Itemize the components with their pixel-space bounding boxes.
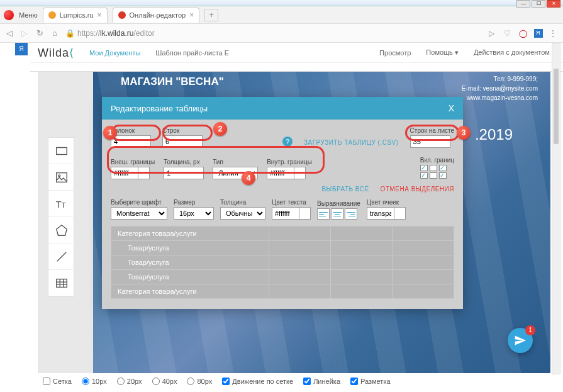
window-close[interactable]: ✕	[547, 0, 560, 8]
tab-title: Онлайн-редактор	[130, 11, 186, 19]
send-fab[interactable]: 1	[508, 328, 533, 353]
deselect-button[interactable]: ОТМЕНА ВЫДЕЛЕНИЯ	[381, 186, 454, 193]
vpn-icon[interactable]: ▷	[489, 29, 498, 38]
doc-actions-menu[interactable]: Действия с документом ▾	[474, 48, 555, 57]
grid-20-radio[interactable]: 20px	[117, 378, 142, 385]
border-top-right[interactable]	[439, 165, 447, 171]
tool-palette: Tт	[48, 137, 74, 297]
weight-select[interactable]: Обычный	[220, 207, 265, 220]
modal-close-button[interactable]: X	[449, 103, 454, 113]
grid-checkbox[interactable]: Сетка	[43, 378, 72, 385]
tool-pentagon[interactable]	[48, 217, 75, 244]
border-toggle-grid	[420, 165, 454, 179]
vertical-scrollbar[interactable]	[552, 43, 560, 374]
grid-80-radio[interactable]: 80px	[187, 378, 212, 385]
help-icon[interactable]: ?	[282, 137, 293, 147]
opera-logo-icon[interactable]	[4, 10, 14, 20]
new-tab-button[interactable]: +	[204, 9, 218, 21]
document-contacts: Тел: 9-999-999; E-mail: vesna@mysite.com…	[462, 74, 538, 103]
preview-link[interactable]: Просмотр	[379, 49, 411, 57]
font-label: Выберите шрифт	[111, 199, 167, 206]
window-minimize[interactable]: —	[516, 0, 530, 8]
contact-email: E-mail: vesna@mysite.com	[462, 84, 538, 93]
text-color-label: Цвет текста	[272, 199, 311, 206]
font-select[interactable]: Montserrat	[111, 207, 167, 220]
browser-tab-2[interactable]: Онлайн-редактор ×	[113, 8, 200, 23]
wilda-logo[interactable]: Wilda⟨	[38, 46, 74, 60]
border-bottom-left[interactable]	[420, 172, 428, 179]
border-top[interactable]	[430, 165, 437, 171]
border-bottom-right[interactable]	[439, 172, 447, 179]
scrollbar-thumb[interactable]	[554, 69, 559, 144]
tab-favicon-icon	[48, 11, 56, 19]
columns-input[interactable]	[111, 135, 151, 148]
preview-table[interactable]: Категория товара/услуги Товар/услуга Тов…	[111, 226, 454, 299]
tab-close-icon[interactable]: ×	[189, 11, 194, 20]
rows-input[interactable]	[162, 135, 203, 148]
thickness-input[interactable]	[164, 167, 204, 179]
align-right-button[interactable]	[345, 208, 357, 220]
size-select[interactable]: 16px	[174, 207, 214, 220]
bookmark-icon[interactable]: ♡	[504, 29, 513, 38]
nav-reload-icon[interactable]: ↻	[35, 28, 44, 38]
border-bottom[interactable]	[430, 172, 437, 179]
rows-per-page-input[interactable]	[410, 135, 450, 148]
svg-rect-0	[57, 147, 67, 154]
app-header: Wilda⟨ Мои Документы Шаблон прайс-листа …	[30, 43, 563, 63]
menu-icon[interactable]: ⋮	[549, 29, 558, 38]
text-color-input[interactable]	[272, 207, 299, 220]
tool-rectangle[interactable]	[48, 138, 75, 164]
text-color-swatch[interactable]	[299, 207, 311, 220]
snap-checkbox[interactable]: Движение по сетке	[222, 378, 293, 385]
tab-close-icon[interactable]: ×	[98, 11, 102, 20]
grid-10-radio[interactable]: 10px	[82, 378, 107, 385]
rows-per-page-label: Строк на листе	[410, 127, 454, 134]
align-left-button[interactable]	[317, 208, 330, 220]
side-translate-icon[interactable]: Я	[15, 43, 28, 55]
columns-label: Колонок	[111, 127, 151, 134]
tool-image[interactable]	[48, 164, 75, 191]
tab-title: Lumpics.ru	[60, 11, 94, 19]
help-menu[interactable]: Помощь ▾	[426, 48, 459, 57]
opera-menu-label[interactable]: Меню	[19, 11, 38, 19]
svg-line-5	[57, 252, 67, 261]
cell-color-swatch[interactable]	[394, 207, 406, 220]
align-label: Выравнивание	[317, 200, 360, 207]
size-label: Размер	[174, 199, 214, 206]
tool-text[interactable]: Tт	[48, 191, 75, 217]
outer-border-swatch[interactable]	[138, 167, 150, 179]
inner-border-swatch[interactable]	[294, 167, 306, 179]
border-top-left[interactable]	[420, 165, 428, 171]
type-select[interactable]: Линия	[213, 167, 258, 179]
grid-40-radio[interactable]: 40px	[152, 378, 177, 385]
select-all-button[interactable]: ВЫБРАТЬ ВСЁ	[321, 186, 369, 193]
translate-icon[interactable]: Я	[534, 29, 543, 38]
align-center-button[interactable]	[331, 208, 343, 220]
horizontal-ruler	[30, 63, 563, 72]
paper-plane-icon	[514, 334, 527, 347]
nav-home-icon[interactable]: ⌂	[50, 28, 59, 38]
modal-row-borders: Внеш. границы Толщина, px Тип Линия Внут…	[111, 157, 454, 179]
nav-back-icon[interactable]: ◁	[5, 28, 14, 38]
my-documents-link[interactable]: Мои Документы	[89, 49, 140, 57]
window-maximize[interactable]: ☐	[532, 0, 545, 8]
load-csv-link[interactable]: ЗАГРУЗИТЬ ТАБЛИЦУ (.CSV)	[304, 139, 399, 146]
svg-rect-6	[57, 279, 67, 287]
nav-forward-icon[interactable]: ▷	[20, 28, 29, 38]
window-titlebar: — ☐ ✕	[0, 0, 563, 6]
opera-ext-icon[interactable]: ◯	[519, 29, 528, 38]
inner-border-input[interactable]	[267, 167, 294, 179]
address-bar[interactable]: 🔒https://lk.wilda.ru/editor	[65, 29, 482, 38]
browser-tab-1[interactable]: Lumpics.ru ×	[43, 8, 108, 23]
cell-color-input[interactable]	[367, 207, 394, 220]
modal-title-text: Редактирование таблицы	[111, 104, 208, 113]
tool-line[interactable]	[48, 244, 75, 270]
cell-color-label: Цвет ячеек	[367, 199, 406, 206]
ruler-checkbox[interactable]: Линейка	[303, 378, 340, 385]
editor-canvas[interactable]: МАГАЗИН "ВЕСНА" Тел: 9-999-999; E-mail: …	[39, 72, 550, 373]
markup-checkbox[interactable]: Разметка	[350, 378, 391, 385]
status-bar: Сетка 10px 20px 40px 80px Движение по се…	[30, 374, 557, 388]
fab-badge: 1	[525, 325, 535, 335]
outer-border-input[interactable]	[111, 167, 138, 179]
tool-table[interactable]	[48, 270, 75, 296]
